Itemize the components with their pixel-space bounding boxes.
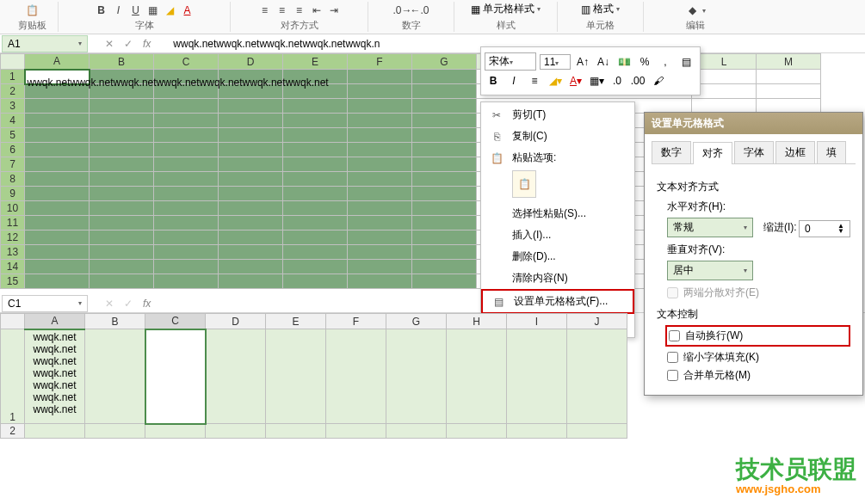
context-clear[interactable]: 清除内容(N) <box>481 267 634 289</box>
cell[interactable] <box>25 172 90 187</box>
cell[interactable] <box>90 114 154 128</box>
row-header[interactable]: 1 <box>1 70 25 84</box>
cell[interactable] <box>154 128 219 143</box>
cell[interactable] <box>266 329 326 424</box>
mini-size-select[interactable]: 11▾ <box>540 54 571 70</box>
cell[interactable] <box>326 424 386 439</box>
cell[interactable] <box>348 143 412 157</box>
cell[interactable] <box>154 201 219 216</box>
col-header[interactable]: H <box>447 314 507 329</box>
cell[interactable] <box>757 99 821 114</box>
tab-border[interactable]: 边框 <box>775 141 815 163</box>
cell[interactable] <box>283 201 348 216</box>
row-header[interactable]: 2 <box>1 424 25 439</box>
percent-icon[interactable]: % <box>636 53 653 71</box>
cell[interactable] <box>25 143 90 157</box>
cell[interactable] <box>219 114 283 128</box>
cell[interactable] <box>25 274 90 289</box>
cell[interactable] <box>412 128 477 143</box>
context-format-cells[interactable]: ▤ 设置单元格格式(F)... <box>481 289 634 314</box>
cell[interactable] <box>25 230 90 245</box>
cell[interactable] <box>145 424 206 439</box>
confirm-icon[interactable]: ✓ <box>124 298 133 310</box>
col-header[interactable]: C <box>145 314 206 329</box>
cell[interactable] <box>348 230 412 245</box>
col-header[interactable]: B <box>90 54 154 70</box>
cell[interactable] <box>412 201 477 216</box>
cell[interactable] <box>283 230 348 245</box>
row-header[interactable]: 12 <box>1 230 25 245</box>
col-header[interactable]: A <box>25 54 90 70</box>
border-icon[interactable]: ▦▾ <box>588 72 605 89</box>
cell[interactable] <box>386 424 447 439</box>
cell[interactable] <box>219 201 283 216</box>
cancel-icon[interactable]: ✕ <box>105 38 114 50</box>
cell[interactable] <box>348 172 412 187</box>
border-icon[interactable]: ▦ <box>146 3 160 17</box>
cell[interactable] <box>412 114 477 128</box>
cell[interactable] <box>412 260 477 274</box>
cell[interactable] <box>154 274 219 289</box>
decimal-inc-icon[interactable]: .0 <box>609 72 626 89</box>
cell[interactable] <box>283 99 348 114</box>
cell[interactable] <box>25 216 90 230</box>
indent-increase-icon[interactable]: ⇥ <box>327 3 341 17</box>
align-icon[interactable]: ≡ <box>526 72 543 89</box>
cell[interactable] <box>412 84 477 99</box>
cell[interactable] <box>283 128 348 143</box>
cell[interactable] <box>219 143 283 157</box>
cell[interactable] <box>25 187 90 201</box>
name-box[interactable]: A1 ▾ <box>2 35 88 52</box>
cell[interactable] <box>692 84 757 99</box>
cell[interactable] <box>283 114 348 128</box>
col-header[interactable]: E <box>283 54 348 70</box>
cell[interactable] <box>90 230 154 245</box>
row-header[interactable]: 11 <box>1 216 25 230</box>
tab-font[interactable]: 字体 <box>734 141 774 163</box>
confirm-icon[interactable]: ✓ <box>124 38 133 50</box>
cell[interactable] <box>90 172 154 187</box>
cell[interactable] <box>283 245 348 260</box>
col-header[interactable]: G <box>412 54 477 70</box>
format-painter-icon[interactable]: ▤ <box>677 53 695 71</box>
cell[interactable] <box>348 70 412 84</box>
cell[interactable] <box>412 157 477 172</box>
cell[interactable] <box>85 424 145 439</box>
cell[interactable] <box>412 187 477 201</box>
col-header[interactable]: I <box>507 314 567 329</box>
cell[interactable] <box>219 187 283 201</box>
cell[interactable] <box>348 260 412 274</box>
row-header[interactable]: 9 <box>1 187 25 201</box>
row-header[interactable]: 2 <box>1 84 25 99</box>
mini-font-select[interactable]: 宋体▾ <box>485 52 536 71</box>
context-cut[interactable]: ✂ 剪切(T) <box>481 104 634 126</box>
justify-distributed-checkbox[interactable]: 两端分散对齐(E) <box>667 286 850 300</box>
paste-option-default[interactable]: 📋 <box>512 170 536 198</box>
cell[interactable] <box>25 157 90 172</box>
cell[interactable] <box>90 157 154 172</box>
cell[interactable] <box>154 172 219 187</box>
col-header[interactable]: A <box>25 314 85 329</box>
cell[interactable] <box>348 99 412 114</box>
cell[interactable] <box>90 260 154 274</box>
cell[interactable] <box>219 172 283 187</box>
cell[interactable] <box>90 245 154 260</box>
cell[interactable] <box>692 99 757 114</box>
font-color-icon[interactable]: A <box>181 3 195 17</box>
tab-alignment[interactable]: 对齐 <box>693 142 732 164</box>
cell[interactable] <box>266 424 326 439</box>
tab-number[interactable]: 数字 <box>652 141 691 163</box>
cell[interactable] <box>412 274 477 289</box>
col-header[interactable]: C <box>154 54 219 70</box>
cell[interactable] <box>154 114 219 128</box>
cell[interactable] <box>757 70 821 84</box>
cell[interactable] <box>90 128 154 143</box>
context-copy[interactable]: ⎘ 复制(C) <box>481 126 634 147</box>
col-header[interactable]: F <box>348 54 412 70</box>
cell[interactable] <box>206 424 266 439</box>
cell[interactable] <box>25 424 85 439</box>
context-paste-special[interactable]: 选择性粘贴(S)... <box>481 203 634 224</box>
italic-icon[interactable]: I <box>112 3 126 17</box>
cell[interactable] <box>25 260 90 274</box>
cell[interactable] <box>219 274 283 289</box>
